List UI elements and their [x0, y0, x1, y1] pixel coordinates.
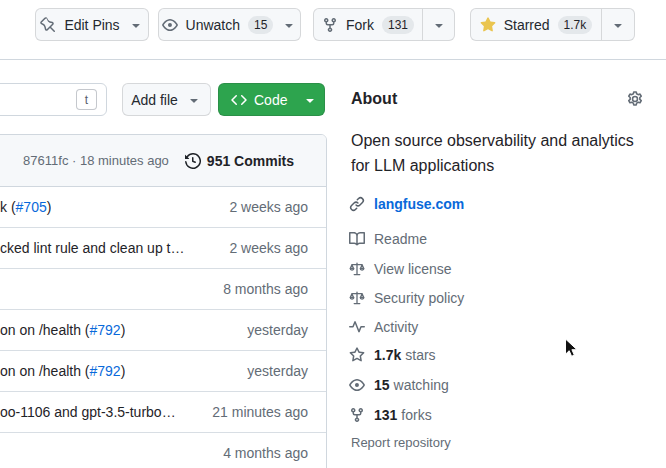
commit-message[interactable]: on on /health (#792) [0, 363, 125, 379]
report-repository-link[interactable]: Report repository [351, 435, 451, 450]
code-label: Code [254, 92, 287, 108]
forks-count: 131 [374, 407, 397, 423]
latest-commit-bar: 87611fc · 18 minutes ago 951 Commits [0, 135, 326, 187]
commit-message[interactable]: oo-1106 and gpt-3.5-turbo… [0, 404, 176, 420]
table-row[interactable]: on on /health (#792) yesterday [0, 351, 326, 392]
repo-forked-icon [349, 407, 365, 423]
fork-label: Fork [346, 17, 374, 33]
watching-count: 15 [374, 377, 390, 393]
starred-label: Starred [504, 17, 550, 33]
table-row[interactable]: oo-1106 and gpt-3.5-turbo… 21 minutes ag… [0, 392, 326, 433]
pin-icon [40, 17, 56, 33]
unwatch-label: Unwatch [186, 17, 240, 33]
stars-count: 1.7k [374, 347, 401, 363]
activity-link[interactable]: Activity [349, 318, 418, 336]
commit-age: 2 weeks ago [229, 199, 308, 215]
table-row[interactable]: 4 months ago [0, 433, 326, 468]
link-icon [349, 196, 365, 212]
edit-pins-button[interactable]: Edit Pins [35, 8, 149, 41]
commit-age: yesterday [247, 322, 308, 338]
commit-history-link[interactable]: 951 Commits [185, 153, 294, 169]
commits-count: 951 Commits [207, 153, 294, 169]
watching-stat-link[interactable]: 15watching [349, 376, 449, 394]
commit-age: 8 months ago [223, 281, 308, 297]
table-row[interactable]: 8 months ago [0, 269, 326, 310]
issue-link[interactable]: #792 [90, 322, 121, 338]
forks-stat-link[interactable]: 131forks [349, 406, 432, 424]
book-icon [349, 231, 365, 247]
chevron-down-icon [281, 17, 297, 33]
activity-label: Activity [374, 319, 418, 335]
website-link[interactable]: langfuse.com [374, 196, 464, 212]
pulse-icon [349, 319, 365, 335]
table-row[interactable]: on on /health (#792) yesterday [0, 310, 326, 351]
stars-stat-link[interactable]: 1.7kstars [349, 346, 436, 364]
issue-link[interactable]: #792 [90, 363, 121, 379]
forks-label: forks [401, 407, 431, 423]
commit-age: 4 months ago [223, 445, 308, 461]
gear-icon[interactable] [626, 90, 644, 108]
issue-link[interactable]: #705 [16, 199, 47, 215]
mouse-cursor [564, 338, 579, 364]
stars-label: stars [405, 347, 435, 363]
repo-description: Open source observability and analytics … [351, 128, 653, 178]
github-repo-page: Edit Pins Unwatch 15 Fork 131 Starred 1.… [0, 0, 666, 468]
unwatch-button[interactable]: Unwatch 15 [158, 8, 301, 41]
latest-commit-sha-time[interactable]: 87611fc · 18 minutes ago [23, 153, 169, 168]
commit-age: 2 weeks ago [229, 240, 308, 256]
table-row[interactable]: cked lint rule and clean up t… 2 weeks a… [0, 228, 326, 269]
star-fill-icon [480, 17, 496, 33]
watching-label: watching [394, 377, 449, 393]
repo-forked-icon [322, 17, 338, 33]
watchers-count-badge: 15 [248, 16, 273, 34]
readme-link[interactable]: Readme [349, 230, 427, 248]
code-button[interactable]: Code [218, 83, 325, 116]
law-icon [349, 290, 365, 306]
file-table: 87611fc · 18 minutes ago 951 Commits k (… [0, 134, 327, 468]
starred-button[interactable]: Starred 1.7k [470, 8, 602, 41]
fork-button[interactable]: Fork 131 [313, 8, 423, 41]
eye-icon [162, 17, 178, 33]
forks-count-badge: 131 [382, 16, 414, 34]
table-row[interactable]: k (#705) 2 weeks ago [0, 187, 326, 228]
commit-age: 21 minutes ago [212, 404, 308, 420]
fork-dropdown-button[interactable] [422, 8, 455, 41]
security-policy-label: Security policy [374, 290, 464, 306]
stars-count-badge: 1.7k [558, 16, 593, 34]
go-to-file-input[interactable]: t [0, 83, 107, 116]
add-file-label: Add file [131, 92, 178, 108]
star-dropdown-button[interactable] [601, 8, 635, 41]
history-icon [185, 153, 201, 169]
add-file-button[interactable]: Add file [122, 83, 211, 116]
shortcut-key-hint: t [76, 89, 97, 110]
chevron-down-icon [186, 92, 202, 108]
chevron-down-icon [302, 92, 318, 108]
edit-pins-label: Edit Pins [64, 17, 119, 33]
website-link-row[interactable]: langfuse.com [349, 195, 464, 213]
law-icon [349, 261, 365, 277]
view-license-label: View license [374, 261, 452, 277]
commit-message[interactable]: cked lint rule and clean up t… [0, 240, 184, 256]
divider [0, 59, 666, 60]
chevron-down-icon [431, 17, 447, 33]
about-heading: About [351, 90, 397, 108]
star-icon [349, 347, 365, 363]
code-icon [231, 92, 247, 108]
chevron-down-icon [128, 17, 144, 33]
commit-message[interactable]: k (#705) [0, 199, 51, 215]
chevron-down-icon [610, 17, 626, 33]
view-license-link[interactable]: View license [349, 260, 452, 278]
security-policy-link[interactable]: Security policy [349, 289, 464, 307]
readme-label: Readme [374, 231, 427, 247]
commit-message[interactable]: on on /health (#792) [0, 322, 125, 338]
commit-age: yesterday [247, 363, 308, 379]
eye-icon [349, 377, 365, 393]
